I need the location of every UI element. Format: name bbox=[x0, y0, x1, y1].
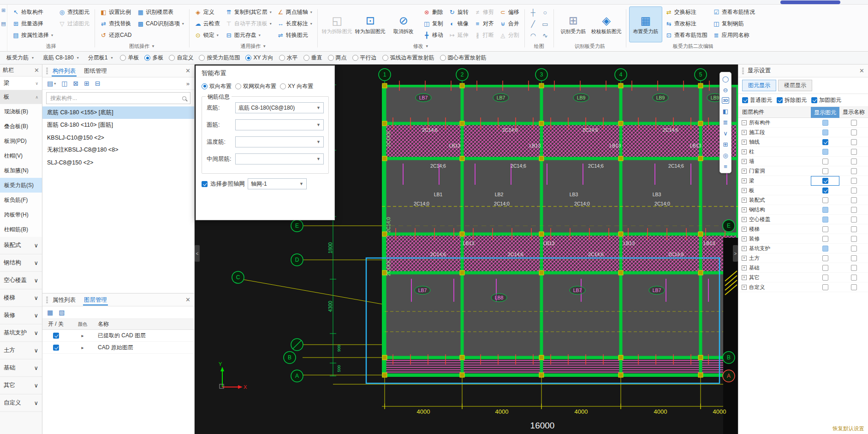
sidebar-section-8[interactable]: 其它∨ bbox=[0, 377, 42, 394]
arc-tool-button[interactable]: ◠ bbox=[528, 29, 539, 41]
expander-icon[interactable]: + bbox=[742, 285, 747, 290]
copy-component-icon[interactable]: ◫ bbox=[61, 80, 67, 87]
table-row[interactable]: +空心楼盖 bbox=[738, 215, 868, 224]
list-item[interactable]: 面筋 C8-180 <110> [面筋] bbox=[42, 119, 194, 131]
table-row[interactable]: +轴线 bbox=[738, 137, 868, 147]
circle-tool-button[interactable]: ○ bbox=[540, 6, 551, 18]
show-element-checkbox[interactable] bbox=[822, 168, 828, 174]
table-row[interactable]: +装配式 bbox=[738, 195, 868, 205]
radio-5[interactable]: 水平 bbox=[279, 54, 298, 62]
show-name-checkbox[interactable] bbox=[851, 129, 857, 135]
display-tab-0[interactable]: 图元显示 bbox=[742, 80, 776, 91]
hide-layer-icon[interactable]: ▧ bbox=[59, 309, 65, 316]
show-element-checkbox[interactable] bbox=[822, 207, 828, 213]
mode-radio-0[interactable]: 双向布置 bbox=[202, 82, 232, 90]
radio-8[interactable]: 平行边 bbox=[352, 54, 377, 62]
to-demolish-button[interactable]: ◱转为拆除图元 bbox=[321, 6, 354, 42]
expander-icon[interactable]: + bbox=[742, 178, 747, 183]
show-name-checkbox[interactable] bbox=[851, 284, 857, 290]
check-rebar-button[interactable]: ◈校核板筋图元 bbox=[590, 6, 623, 42]
find-element-button[interactable]: ◎查找图元 bbox=[56, 6, 92, 18]
extend-button[interactable]: ↦延伸 bbox=[446, 29, 471, 41]
show-element-checkbox[interactable] bbox=[822, 284, 828, 290]
options-dropdown[interactable]: 底筋 C8-180▾ bbox=[41, 54, 81, 62]
cloud-check-button[interactable]: ☁云检查 bbox=[192, 18, 222, 29]
close-icon[interactable]: ✕ bbox=[185, 296, 190, 303]
table-row[interactable]: +基坑支护 bbox=[738, 244, 868, 253]
expander-icon[interactable]: + bbox=[742, 140, 747, 145]
restore-defaults-link[interactable]: 恢复默认设置 bbox=[832, 425, 864, 432]
tab-1[interactable]: 图纸管理 bbox=[83, 65, 108, 76]
expander-icon[interactable]: + bbox=[742, 256, 747, 261]
show-name-checkbox[interactable] bbox=[851, 168, 857, 174]
expander-icon[interactable]: − bbox=[742, 120, 747, 125]
show-name-checkbox[interactable] bbox=[851, 275, 857, 281]
expander-icon[interactable]: + bbox=[742, 227, 747, 232]
store-component-icon[interactable]: ⊟ bbox=[95, 80, 101, 87]
measure-icon[interactable]: ◎ bbox=[721, 150, 730, 160]
show-name-checkbox[interactable] bbox=[851, 207, 857, 213]
layer-expander-icon[interactable]: ▸ bbox=[69, 345, 96, 350]
copy-to-floor-button[interactable]: ⇈复制到其它层▾ bbox=[223, 6, 274, 18]
break-button[interactable]: ∦打断 bbox=[472, 29, 496, 41]
edit-annotation-button[interactable]: ⇆查改标注 bbox=[663, 18, 710, 29]
show-name-checkbox[interactable] bbox=[851, 149, 857, 155]
sidebar-item[interactable]: 柱帽筋(B) bbox=[0, 222, 42, 237]
identify-rebar-button[interactable]: ⊞识别受力筋 bbox=[557, 6, 590, 42]
copy-rebar-button[interactable]: ◫复制钢筋 bbox=[711, 18, 757, 29]
table-row[interactable]: +门窗洞 bbox=[738, 166, 868, 176]
show-element-checkbox[interactable] bbox=[822, 139, 828, 145]
sidebar-item[interactable]: 跨板带(H) bbox=[0, 207, 42, 222]
field-select[interactable]: ▼ bbox=[235, 153, 324, 164]
sidebar-section-3[interactable]: 楼梯∨ bbox=[0, 289, 42, 307]
drag-handle-icon[interactable] bbox=[46, 68, 48, 74]
table-row[interactable]: ▸已提取的 CAD 图层 bbox=[42, 330, 194, 342]
show-name-checkbox[interactable] bbox=[851, 226, 857, 232]
show-name-checkbox[interactable] bbox=[851, 236, 857, 242]
radio-6[interactable]: 垂直 bbox=[303, 54, 322, 62]
sidebar-section-2[interactable]: 空心楼盖∨ bbox=[0, 272, 42, 289]
show-element-checkbox[interactable] bbox=[822, 246, 828, 252]
new-component-icon[interactable]: ▤▾ bbox=[47, 80, 56, 87]
show-element-checkbox[interactable] bbox=[822, 188, 828, 194]
show-name-checkbox[interactable] bbox=[851, 197, 857, 203]
axis-select[interactable]: 轴网-1 ▼ bbox=[248, 178, 307, 189]
curve-tool-button[interactable]: ∿ bbox=[540, 29, 551, 41]
list-item[interactable]: KBSLJ-C10@150 <2> bbox=[42, 131, 194, 144]
sidebar-item[interactable]: 叠合板(B) bbox=[0, 119, 42, 134]
display-tab-1[interactable]: 楼层显示 bbox=[778, 80, 812, 91]
sidebar-item[interactable]: 板洞(PD) bbox=[0, 134, 42, 148]
radio-0[interactable]: 单板 bbox=[120, 54, 139, 62]
move-button[interactable]: ╋移动 bbox=[421, 29, 446, 41]
view-rebar-range-button[interactable]: ⊡查看布筋范围 bbox=[663, 29, 710, 41]
rotate-button[interactable]: ↻旋转 bbox=[446, 6, 471, 18]
radio-4[interactable]: XY 方向 bbox=[245, 54, 273, 62]
show-name-checkbox[interactable] bbox=[851, 120, 857, 126]
pan-icon[interactable]: ⊖ bbox=[721, 85, 730, 95]
tab-0[interactable]: 属性列表 bbox=[52, 294, 77, 305]
point-tool-button[interactable]: ┼ bbox=[528, 6, 539, 18]
to-reinforce-button[interactable]: ⊡转为加固图元 bbox=[354, 6, 387, 42]
sidebar-item[interactable]: 现浇板(B) bbox=[0, 104, 42, 119]
sidebar-section-6[interactable]: 土方∨ bbox=[0, 342, 42, 359]
table-row[interactable]: +梁 bbox=[738, 176, 868, 186]
options-dropdown[interactable]: 分层板1▾ bbox=[86, 54, 115, 62]
column-header-selected[interactable]: 显示图元 bbox=[811, 107, 839, 118]
collapse-right-tab[interactable]: > bbox=[733, 245, 738, 262]
expander-icon[interactable]: + bbox=[742, 207, 747, 212]
field-select[interactable]: ▼ bbox=[235, 136, 324, 147]
set-scale-button[interactable]: ◧设置比例 bbox=[98, 6, 134, 18]
mode-radio-1[interactable]: 双网双向布置 bbox=[235, 82, 276, 90]
expander-icon[interactable]: + bbox=[742, 275, 747, 280]
show-element-checkbox[interactable] bbox=[822, 265, 828, 271]
rect-tool-button[interactable]: ▭ bbox=[540, 18, 551, 29]
mirror-button[interactable]: ◐镜像 bbox=[446, 18, 471, 29]
save-element-button[interactable]: ⊟图元存盘▾ bbox=[223, 29, 274, 41]
view-rebar-status-button[interactable]: ☑查看布筋情况 bbox=[711, 6, 757, 18]
expander-icon[interactable]: + bbox=[742, 188, 747, 193]
align-button[interactable]: ≡对齐 bbox=[472, 18, 496, 29]
identify-floor-table-button[interactable]: ▦识别楼层表 bbox=[135, 6, 186, 18]
delete-component-icon[interactable]: ⊠ bbox=[73, 80, 78, 87]
show-name-checkbox[interactable] bbox=[851, 158, 857, 164]
show-element-checkbox[interactable] bbox=[822, 217, 828, 223]
